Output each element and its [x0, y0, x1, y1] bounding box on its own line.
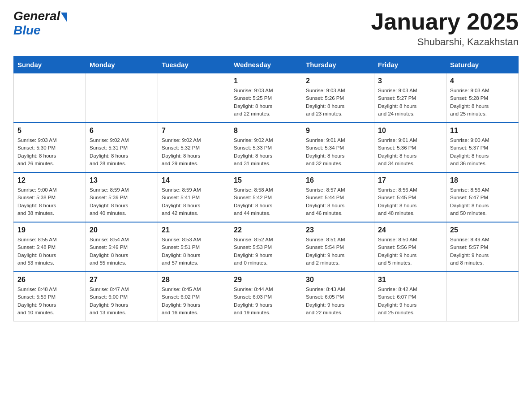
calendar-cell-w2-d2: 6Sunrise: 9:02 AM Sunset: 5:31 PM Daylig… [86, 123, 158, 172]
day-info: Sunrise: 8:42 AM Sunset: 6:07 PM Dayligh… [378, 286, 442, 317]
day-info: Sunrise: 8:52 AM Sunset: 5:53 PM Dayligh… [234, 236, 298, 267]
day-number: 7 [162, 127, 226, 135]
day-info: Sunrise: 9:03 AM Sunset: 5:26 PM Dayligh… [306, 87, 370, 118]
day-number: 24 [378, 226, 442, 234]
calendar-cell-w1-d1 [14, 73, 86, 123]
day-info: Sunrise: 8:55 AM Sunset: 5:48 PM Dayligh… [17, 236, 82, 267]
col-friday: Friday [374, 56, 446, 73]
calendar-cell-w3-d5: 16Sunrise: 8:57 AM Sunset: 5:44 PM Dayli… [302, 172, 374, 222]
calendar-cell-w3-d1: 12Sunrise: 9:00 AM Sunset: 5:38 PM Dayli… [14, 172, 86, 222]
day-info: Sunrise: 9:02 AM Sunset: 5:33 PM Dayligh… [234, 137, 298, 167]
calendar-cell-w3-d6: 17Sunrise: 8:56 AM Sunset: 5:45 PM Dayli… [374, 172, 446, 222]
day-number: 16 [306, 176, 370, 184]
calendar-cell-w5-d4: 29Sunrise: 8:44 AM Sunset: 6:03 PM Dayli… [230, 272, 302, 321]
day-info: Sunrise: 9:02 AM Sunset: 5:32 PM Dayligh… [162, 137, 226, 167]
calendar-cell-w3-d3: 14Sunrise: 8:59 AM Sunset: 5:41 PM Dayli… [158, 172, 230, 222]
calendar-cell-w2-d4: 8Sunrise: 9:02 AM Sunset: 5:33 PM Daylig… [230, 123, 302, 172]
day-info: Sunrise: 8:57 AM Sunset: 5:44 PM Dayligh… [306, 186, 370, 217]
day-info: Sunrise: 9:03 AM Sunset: 5:28 PM Dayligh… [450, 87, 515, 118]
calendar-cell-w3-d2: 13Sunrise: 8:59 AM Sunset: 5:39 PM Dayli… [86, 172, 158, 222]
calendar-cell-w5-d7 [446, 272, 519, 321]
day-number: 18 [450, 176, 515, 184]
day-info: Sunrise: 8:59 AM Sunset: 5:41 PM Dayligh… [162, 186, 226, 217]
col-monday: Monday [86, 56, 158, 73]
calendar-cell-w1-d7: 4Sunrise: 9:03 AM Sunset: 5:28 PM Daylig… [446, 73, 519, 123]
calendar-cell-w5-d6: 31Sunrise: 8:42 AM Sunset: 6:07 PM Dayli… [374, 272, 446, 321]
calendar-cell-w2-d7: 11Sunrise: 9:00 AM Sunset: 5:37 PM Dayli… [446, 123, 519, 172]
day-info: Sunrise: 9:01 AM Sunset: 5:34 PM Dayligh… [306, 137, 370, 167]
calendar-cell-w4-d5: 23Sunrise: 8:51 AM Sunset: 5:54 PM Dayli… [302, 222, 374, 272]
calendar-cell-w3-d4: 15Sunrise: 8:58 AM Sunset: 5:42 PM Dayli… [230, 172, 302, 222]
day-info: Sunrise: 8:54 AM Sunset: 5:49 PM Dayligh… [90, 236, 154, 267]
calendar-cell-w3-d7: 18Sunrise: 8:56 AM Sunset: 5:47 PM Dayli… [446, 172, 519, 222]
day-number: 25 [450, 226, 515, 234]
day-number: 6 [90, 127, 154, 135]
day-info: Sunrise: 8:43 AM Sunset: 6:05 PM Dayligh… [306, 286, 370, 317]
day-number: 2 [306, 77, 370, 85]
calendar-cell-w2-d6: 10Sunrise: 9:01 AM Sunset: 5:36 PM Dayli… [374, 123, 446, 172]
day-number: 19 [17, 226, 82, 234]
day-number: 29 [234, 276, 298, 284]
day-info: Sunrise: 8:50 AM Sunset: 5:56 PM Dayligh… [378, 236, 442, 267]
day-number: 17 [378, 176, 442, 184]
day-number: 4 [450, 77, 515, 85]
calendar-cell-w4-d6: 24Sunrise: 8:50 AM Sunset: 5:56 PM Dayli… [374, 222, 446, 272]
calendar-cell-w1-d6: 3Sunrise: 9:03 AM Sunset: 5:27 PM Daylig… [374, 73, 446, 123]
logo-general-text: General [13, 9, 60, 23]
calendar-header-row: Sunday Monday Tuesday Wednesday Thursday… [14, 56, 519, 73]
day-info: Sunrise: 8:51 AM Sunset: 5:54 PM Dayligh… [306, 236, 370, 267]
col-tuesday: Tuesday [158, 56, 230, 73]
calendar-cell-w2-d1: 5Sunrise: 9:03 AM Sunset: 5:30 PM Daylig… [14, 123, 86, 172]
day-info: Sunrise: 9:01 AM Sunset: 5:36 PM Dayligh… [378, 137, 442, 167]
day-number: 22 [234, 226, 298, 234]
calendar-cell-w4-d3: 21Sunrise: 8:53 AM Sunset: 5:51 PM Dayli… [158, 222, 230, 272]
day-info: Sunrise: 9:03 AM Sunset: 5:25 PM Dayligh… [234, 87, 298, 118]
day-info: Sunrise: 8:44 AM Sunset: 6:03 PM Dayligh… [234, 286, 298, 317]
col-saturday: Saturday [446, 56, 519, 73]
day-number: 27 [90, 276, 154, 284]
calendar-cell-w2-d3: 7Sunrise: 9:02 AM Sunset: 5:32 PM Daylig… [158, 123, 230, 172]
day-info: Sunrise: 8:53 AM Sunset: 5:51 PM Dayligh… [162, 236, 226, 267]
day-number: 8 [234, 127, 298, 135]
day-number: 23 [306, 226, 370, 234]
day-number: 1 [234, 77, 298, 85]
day-number: 28 [162, 276, 226, 284]
day-number: 30 [306, 276, 370, 284]
calendar-cell-w5-d2: 27Sunrise: 8:47 AM Sunset: 6:00 PM Dayli… [86, 272, 158, 321]
calendar-cell-w1-d4: 1Sunrise: 9:03 AM Sunset: 5:25 PM Daylig… [230, 73, 302, 123]
day-info: Sunrise: 9:03 AM Sunset: 5:27 PM Dayligh… [378, 87, 442, 118]
title-block: January 2025 Shubarshi, Kazakhstan [371, 9, 519, 48]
day-info: Sunrise: 9:00 AM Sunset: 5:38 PM Dayligh… [17, 186, 82, 217]
day-info: Sunrise: 8:56 AM Sunset: 5:45 PM Dayligh… [378, 186, 442, 217]
calendar-cell-w5-d5: 30Sunrise: 8:43 AM Sunset: 6:05 PM Dayli… [302, 272, 374, 321]
calendar-cell-w1-d3 [158, 73, 230, 123]
day-number: 3 [378, 77, 442, 85]
calendar-week-4: 19Sunrise: 8:55 AM Sunset: 5:48 PM Dayli… [14, 222, 519, 272]
day-info: Sunrise: 8:56 AM Sunset: 5:47 PM Dayligh… [450, 186, 515, 217]
day-info: Sunrise: 8:45 AM Sunset: 6:02 PM Dayligh… [162, 286, 226, 317]
day-info: Sunrise: 8:58 AM Sunset: 5:42 PM Dayligh… [234, 186, 298, 217]
calendar-table: Sunday Monday Tuesday Wednesday Thursday… [13, 56, 519, 321]
calendar-week-5: 26Sunrise: 8:48 AM Sunset: 5:59 PM Dayli… [14, 272, 519, 321]
calendar-cell-w5-d3: 28Sunrise: 8:45 AM Sunset: 6:02 PM Dayli… [158, 272, 230, 321]
calendar-week-1: 1Sunrise: 9:03 AM Sunset: 5:25 PM Daylig… [14, 73, 519, 123]
day-number: 14 [162, 176, 226, 184]
calendar-week-3: 12Sunrise: 9:00 AM Sunset: 5:38 PM Dayli… [14, 172, 519, 222]
day-number: 11 [450, 127, 515, 135]
day-number: 31 [378, 276, 442, 284]
logo: General Blue [13, 9, 67, 38]
calendar-week-2: 5Sunrise: 9:03 AM Sunset: 5:30 PM Daylig… [14, 123, 519, 172]
calendar-cell-w4-d1: 19Sunrise: 8:55 AM Sunset: 5:48 PM Dayli… [14, 222, 86, 272]
col-wednesday: Wednesday [230, 56, 302, 73]
col-thursday: Thursday [302, 56, 374, 73]
day-number: 10 [378, 127, 442, 135]
logo-blue-text: Blue [13, 23, 41, 38]
page-header: General Blue January 2025 Shubarshi, Kaz… [13, 9, 519, 48]
col-sunday: Sunday [14, 56, 86, 73]
calendar-cell-w1-d5: 2Sunrise: 9:03 AM Sunset: 5:26 PM Daylig… [302, 73, 374, 123]
location-subtitle: Shubarshi, Kazakhstan [371, 36, 519, 48]
month-year-title: January 2025 [371, 9, 519, 34]
day-number: 15 [234, 176, 298, 184]
calendar-cell-w1-d2 [86, 73, 158, 123]
day-number: 9 [306, 127, 370, 135]
